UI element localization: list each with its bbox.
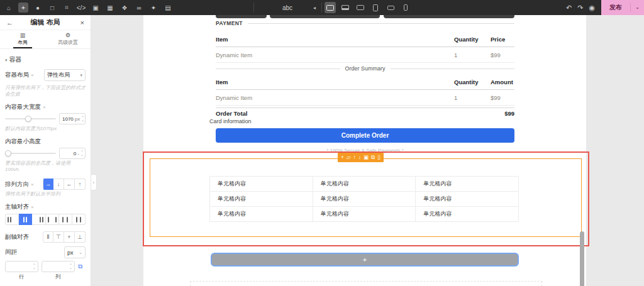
summary-table-header: Item Quantity Amount bbox=[216, 74, 514, 90]
publish-button[interactable]: 发布 ⌄ bbox=[601, 0, 644, 15]
align-stretch-icon[interactable]: Ⅱ bbox=[43, 231, 53, 243]
tab-layout[interactable]: ▥ 布局 bbox=[0, 30, 45, 48]
clear-icon[interactable]: × bbox=[31, 204, 34, 210]
table-cell[interactable]: 单元格内容 bbox=[313, 192, 416, 207]
clear-icon[interactable]: × bbox=[31, 182, 34, 187]
selection-toolbar: + ▱ ↑ ↓ ▣ ⧉ ▯ bbox=[338, 153, 384, 162]
redo-icon[interactable]: ↷ bbox=[577, 4, 583, 12]
min-height-slider[interactable] bbox=[5, 153, 56, 154]
save-block-icon[interactable]: ▣ bbox=[364, 153, 369, 162]
ai-sparkle-icon[interactable]: ✦ bbox=[148, 3, 158, 13]
align-center-icon[interactable]: + bbox=[64, 231, 75, 243]
delete-icon[interactable]: ▯ bbox=[377, 153, 380, 162]
justify-space-between-icon[interactable] bbox=[46, 214, 59, 225]
preview-eye-icon[interactable]: ◉ bbox=[589, 4, 595, 12]
price-table-header: Item Quantity Price bbox=[216, 31, 514, 47]
device-phone-landscape-icon[interactable] bbox=[385, 2, 396, 13]
insert-component-icon[interactable]: + bbox=[18, 3, 28, 13]
link-icon[interactable]: ∞ bbox=[134, 3, 144, 13]
table-cell[interactable]: 单元格内容 bbox=[313, 207, 416, 222]
canvas-page[interactable]: PAYMENT Item Quantity Price Dynamic Item… bbox=[143, 15, 586, 286]
home-icon[interactable]: ⌂ bbox=[4, 3, 14, 13]
stepper-control[interactable]: ⌃⌄ bbox=[80, 151, 84, 156]
direction-row-reverse-icon[interactable]: ← bbox=[64, 179, 75, 190]
device-phone-portrait-icon[interactable] bbox=[400, 2, 411, 13]
stepper-control[interactable]: ⌃⌄ bbox=[69, 264, 72, 269]
table-cell[interactable]: 单元格内容 bbox=[210, 207, 313, 222]
container-layout-select[interactable]: 弹性布局 ▾ bbox=[44, 69, 86, 81]
gap-row-input[interactable]: ⌃⌄ bbox=[5, 261, 38, 272]
link-values-icon[interactable]: ⧉ bbox=[78, 263, 82, 270]
summary-table-row[interactable]: Dynamic Item 1 $99 bbox=[216, 90, 514, 106]
table-cell[interactable]: 单元格内容 bbox=[210, 192, 313, 207]
undo-icon[interactable]: ↶ bbox=[566, 4, 572, 12]
align-baseline-icon[interactable]: ⊤ bbox=[53, 231, 64, 243]
slider-thumb[interactable] bbox=[25, 116, 31, 122]
stepper-control[interactable]: ⌃⌄ bbox=[81, 116, 84, 121]
stepper-control[interactable]: ⌃⌄ bbox=[33, 264, 36, 269]
direction-row-icon[interactable]: → bbox=[43, 179, 53, 190]
triangle-left-icon[interactable]: ◂ bbox=[313, 5, 316, 11]
clipped-dark-element bbox=[216, 15, 267, 18]
price-table-row[interactable]: Dynamic Item 1 $99 bbox=[216, 47, 514, 63]
close-icon[interactable]: × bbox=[80, 19, 84, 26]
max-width-label: 内容最大宽度× bbox=[5, 103, 46, 111]
table-cell[interactable]: 单元格内容 bbox=[210, 177, 313, 192]
device-frame-icon[interactable]: ▣ bbox=[91, 3, 101, 13]
chevron-down-icon: ▾ bbox=[80, 73, 82, 78]
slider-thumb[interactable] bbox=[5, 150, 11, 157]
device-desktop-icon[interactable] bbox=[325, 2, 336, 13]
archive-box-icon[interactable]: ▤ bbox=[163, 3, 173, 13]
justify-end-icon[interactable] bbox=[32, 214, 45, 225]
align-start-icon[interactable]: ⊥ bbox=[75, 231, 86, 243]
next-section-placeholder[interactable] bbox=[190, 281, 542, 286]
page-scrollbar-thumb[interactable] bbox=[580, 231, 584, 286]
justify-space-around-icon[interactable] bbox=[59, 214, 72, 225]
min-height-unit[interactable]: - bbox=[77, 151, 79, 157]
gap-axis-labels: 行 列 bbox=[5, 273, 86, 281]
table-cell[interactable]: 单元格内容 bbox=[416, 207, 519, 222]
move-down-icon[interactable]: ↓ bbox=[358, 153, 361, 162]
container-layout-value: 弹性布局 bbox=[47, 71, 70, 79]
materials-icon[interactable]: ● bbox=[33, 3, 43, 13]
device-tablet-portrait-icon[interactable] bbox=[370, 2, 381, 13]
move-up-icon[interactable]: ↑ bbox=[353, 153, 356, 162]
focus-frame-icon[interactable]: ⌗ bbox=[62, 3, 72, 13]
min-height-input[interactable]: 0 - ⌃⌄ bbox=[59, 148, 86, 159]
clear-icon[interactable]: × bbox=[31, 72, 34, 78]
back-arrow-icon[interactable]: ← bbox=[6, 19, 13, 26]
direction-column-reverse-icon[interactable]: ↑ bbox=[75, 179, 86, 190]
publish-chevron-down-icon[interactable]: ⌄ bbox=[630, 3, 644, 12]
components-icon[interactable]: ❖ bbox=[119, 3, 130, 13]
section-container[interactable]: ▾容器 bbox=[5, 55, 86, 64]
max-width-slider[interactable] bbox=[5, 118, 56, 119]
order-summary-title: Order Summary bbox=[345, 65, 386, 72]
grid-table[interactable]: 单元格内容 单元格内容 单元格内容 单元格内容 单元格内容 单元格内容 单元格内… bbox=[209, 176, 519, 222]
justify-space-evenly-icon[interactable] bbox=[72, 214, 86, 225]
toolbar-left-icons: ⌂ + ● □ ⌗ </> ▣ ▦ ❖ ∞ ✦ ▤ bbox=[4, 0, 173, 15]
justify-start-icon[interactable] bbox=[5, 214, 19, 225]
justify-center-icon[interactable] bbox=[19, 214, 32, 225]
panel-collapse-handle[interactable]: ‹ bbox=[91, 174, 97, 190]
clear-icon[interactable]: × bbox=[43, 104, 46, 110]
max-width-input[interactable]: 1070 px ⌃⌄ bbox=[59, 113, 86, 124]
layout-edit-panel: ← 编辑 布局 × ▥ 布局 ⚙ 高级设置 ▾容器 容器布局× 弹性布局 ▾ bbox=[0, 15, 91, 286]
select-region-icon[interactable]: □ bbox=[47, 3, 57, 13]
table-cell[interactable]: 单元格内容 bbox=[313, 177, 416, 192]
add-section-button[interactable]: + bbox=[211, 253, 519, 267]
gap-unit-select[interactable]: px ⌄ bbox=[64, 246, 86, 258]
add-icon[interactable]: + bbox=[341, 153, 344, 162]
direction-column-icon[interactable]: ↓ bbox=[53, 179, 64, 190]
table-cell[interactable]: 单元格内容 bbox=[416, 192, 519, 207]
table-cell[interactable]: 单元格内容 bbox=[416, 177, 519, 192]
complete-order-button[interactable]: Complete Order bbox=[216, 128, 514, 143]
gap-col-input[interactable]: ⌃⌄ bbox=[42, 261, 75, 272]
select-parent-icon[interactable]: ▱ bbox=[347, 153, 351, 162]
source-code-icon[interactable]: </> bbox=[76, 3, 86, 13]
tab-advanced-settings[interactable]: ⚙ 高级设置 bbox=[45, 30, 91, 48]
device-laptop-icon[interactable] bbox=[340, 2, 351, 13]
copy-icon[interactable]: ⧉ bbox=[371, 153, 375, 162]
page-tab[interactable]: abc ◂ bbox=[254, 0, 321, 15]
device-tablet-landscape-icon[interactable] bbox=[355, 2, 366, 13]
image-icon[interactable]: ▦ bbox=[105, 3, 115, 13]
